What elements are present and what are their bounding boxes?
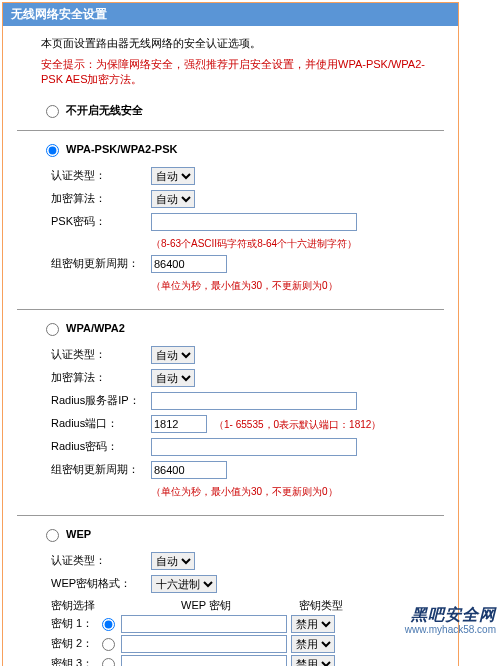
wep-key3-type[interactable]: 禁用 [291,655,335,666]
warning-text: 安全提示：为保障网络安全，强烈推荐开启安全设置，并使用WPA-PSK/WPA2-… [17,57,444,88]
wpa-radiusport-label: Radius端口： [51,416,151,431]
wep-key2-label: 密钥 2： [51,636,97,651]
wep-key1-radio[interactable] [102,618,115,631]
wpapsk-auth-select[interactable]: 自动 [151,167,195,185]
wep-fmt-label: WEP密钥格式： [51,576,151,591]
wpa-radiusip-label: Radius服务器IP： [51,393,151,408]
wep-col-key: WEP 密钥 [121,598,291,613]
wep-key2-type[interactable]: 禁用 [291,635,335,653]
separator [17,130,444,131]
wep-key1-type[interactable]: 禁用 [291,615,335,633]
intro-text: 本页面设置路由器无线网络的安全认证选项。 [17,36,444,51]
wep-header: 密钥选择 WEP 密钥 密钥类型 [51,598,444,613]
radio-wpa-psk[interactable] [46,144,59,157]
wep-key2-input[interactable] [121,635,287,653]
wep-auth-select[interactable]: 自动 [151,552,195,570]
wep-fields: 认证类型： 自动 WEP密钥格式： 十六进制 密钥选择 WEP 密钥 密钥类型 … [17,546,444,666]
wep-row-2: 密钥 2： 禁用 [51,635,444,653]
wpa-auth-label: 认证类型： [51,347,151,362]
wpapsk-psk-label: PSK密码： [51,214,151,229]
wpapsk-psk-input[interactable] [151,213,357,231]
wep-key1-input[interactable] [121,615,287,633]
wep-key2-radio[interactable] [102,638,115,651]
radio-disable[interactable] [46,105,59,118]
radio-wpa-label: WPA/WPA2 [66,322,125,334]
wep-fmt-select[interactable]: 十六进制 [151,575,217,593]
panel-title: 无线网络安全设置 [3,3,458,26]
wpa-enc-select[interactable]: 自动 [151,369,195,387]
wpa-enc-label: 加密算法： [51,370,151,385]
wpapsk-gk-label: 组密钥更新周期： [51,256,151,271]
separator [17,309,444,310]
wpapsk-gk-input[interactable] [151,255,227,273]
panel-body: 本页面设置路由器无线网络的安全认证选项。 安全提示：为保障网络安全，强烈推荐开启… [3,26,458,666]
wep-key3-radio[interactable] [102,658,115,666]
radio-wep[interactable] [46,529,59,542]
wep-col-select: 密钥选择 [51,598,121,613]
wpa-radiusport-hint: （1- 65535，0表示默认端口：1812） [214,419,381,430]
wpapsk-psk-hint: （8-63个ASCII码字符或8-64个十六进制字符） [151,235,444,251]
wep-col-type: 密钥类型 [291,598,351,613]
wpa-radiusip-input[interactable] [151,392,357,410]
settings-panel: 无线网络安全设置 本页面设置路由器无线网络的安全认证选项。 安全提示：为保障网络… [2,2,459,666]
wep-auth-label: 认证类型： [51,553,151,568]
wpa-gk-label: 组密钥更新周期： [51,462,151,477]
wpa-auth-select[interactable]: 自动 [151,346,195,364]
wep-row-1: 密钥 1： 禁用 [51,615,444,633]
wpa-radiuspw-label: Radius密码： [51,439,151,454]
wep-row-3: 密钥 3： 禁用 [51,655,444,666]
wep-key1-label: 密钥 1： [51,616,97,631]
option-wpa-psk[interactable]: WPA-PSK/WPA2-PSK [17,139,444,161]
wpa-fields: 认证类型： 自动 加密算法： 自动 Radius服务器IP： Radius端口：… [17,340,444,507]
wep-key3-input[interactable] [121,655,287,666]
wpa-radiuspw-input[interactable] [151,438,357,456]
option-disable-security[interactable]: 不开启无线安全 [17,98,444,122]
option-wep[interactable]: WEP [17,524,444,546]
option-wpa[interactable]: WPA/WPA2 [17,318,444,340]
wpa-gk-input[interactable] [151,461,227,479]
wpapsk-enc-label: 加密算法： [51,191,151,206]
radio-wpa[interactable] [46,323,59,336]
wpapsk-gk-hint: （单位为秒，最小值为30，不更新则为0） [151,277,444,293]
wpa-radiusport-input[interactable] [151,415,207,433]
radio-disable-label: 不开启无线安全 [66,103,143,115]
wpapsk-enc-select[interactable]: 自动 [151,190,195,208]
wpa-gk-hint: （单位为秒，最小值为30，不更新则为0） [151,483,444,499]
separator [17,515,444,516]
wep-key3-label: 密钥 3： [51,656,97,666]
radio-wep-label: WEP [66,528,91,540]
radio-wpa-psk-label: WPA-PSK/WPA2-PSK [66,143,177,155]
wpapsk-auth-label: 认证类型： [51,168,151,183]
wpa-psk-fields: 认证类型： 自动 加密算法： 自动 PSK密码： （8-63个ASCII码字符或… [17,161,444,301]
